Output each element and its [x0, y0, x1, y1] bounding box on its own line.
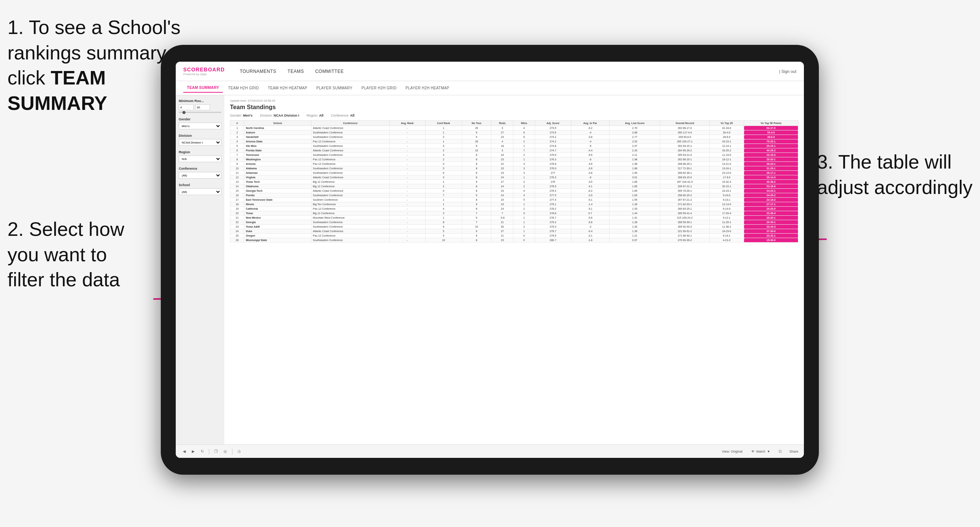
toolbar-sep2: | — [231, 448, 233, 455]
sidebar-minimum-label: Minimum Rou... — [179, 99, 221, 103]
logo-area: SCOREBOARD Powered by clippi — [183, 67, 225, 76]
table-cell: 11 — [230, 171, 244, 175]
logo-title: SCOREBOARD — [183, 67, 225, 73]
table-cell: 79-25-1 — [744, 140, 798, 144]
toolbar-clock-btn[interactable]: ◷ — [236, 449, 242, 454]
table-cell: -5.8 — [571, 216, 609, 220]
sub-nav-team-h2h-heatmap[interactable]: TEAM H2H HEATMAP — [264, 84, 311, 92]
table-cell: 2 — [513, 184, 535, 189]
table-cell: 276.3 — [535, 175, 571, 180]
table-cell: 17 — [230, 198, 244, 202]
col-rank: # — [230, 121, 244, 126]
table-cell: -4.1 — [571, 184, 609, 189]
toolbar-grid-btn[interactable]: ☷ — [777, 449, 783, 454]
toolbar-back-btn[interactable]: ◀ — [181, 449, 187, 454]
table-cell: 13-24-1 — [709, 166, 744, 171]
sub-nav: TEAM SUMMARY TEAM H2H GRID TEAM H2H HEAT… — [176, 81, 804, 95]
nav-item-committee[interactable]: COMMITTEE — [315, 67, 344, 76]
table-cell: 27 — [491, 180, 513, 184]
table-cell: 276.3 — [535, 157, 571, 162]
toolbar-watch-label: Watch — [756, 450, 765, 453]
table-cell: - — [389, 198, 425, 202]
table-cell: 1 — [513, 202, 535, 207]
table-cell: 23-18-2 — [744, 198, 798, 202]
table-cell: Mississippi State — [244, 238, 311, 243]
table-cell: 17-33-4 — [709, 211, 744, 216]
table-cell: 8 — [462, 198, 491, 202]
table-cell: 5 — [425, 166, 462, 171]
sidebar-gender-select[interactable]: Men's Women's — [179, 122, 221, 129]
table-cell: 8 — [462, 238, 491, 243]
toolbar-forward-btn[interactable]: ▶ — [190, 449, 196, 454]
sidebar-region-select[interactable]: N/A All — [179, 156, 221, 162]
toolbar-view[interactable]: View: Original — [722, 450, 743, 453]
table-cell: 37-30-0 — [744, 229, 798, 233]
sidebar-division-select[interactable]: NCAA Division I NCAA Division II — [179, 139, 221, 146]
sidebar-section-conference: Conference (All) — [179, 167, 221, 179]
nav-item-teams[interactable]: TEAMS — [288, 67, 304, 76]
sidebar-max-input[interactable] — [195, 104, 210, 110]
table-cell: Atlantic Coast Conference — [311, 229, 389, 233]
table-cell: 277 — [535, 171, 571, 175]
table-cell: 280.7 — [535, 238, 571, 243]
toolbar-share-btn[interactable]: ❐ — [213, 449, 219, 454]
table-cell: 22 — [230, 220, 244, 225]
table-cell: 1 — [425, 126, 462, 130]
table-cell: 42-18-0 — [709, 126, 744, 130]
slider-handle[interactable] — [183, 111, 185, 114]
toolbar-refresh-btn[interactable]: ↻ — [199, 449, 205, 454]
table-cell: 3 — [513, 166, 535, 171]
table-cell: 11-19-0 — [709, 153, 744, 157]
logo-subtitle: Powered by clippi — [183, 73, 225, 76]
table-cell: Southeastern Conference — [311, 171, 389, 175]
toolbar-share-text[interactable]: Share — [789, 450, 798, 453]
table-cell: 262 63-15-1 — [660, 144, 709, 148]
table-cell: 5 — [230, 144, 244, 148]
table-cell: 4 — [230, 140, 244, 144]
table-cell: Big 12 Conference — [311, 180, 389, 184]
sidebar-min-input[interactable] — [179, 104, 194, 110]
table-cell: 21 — [491, 233, 513, 238]
table-cell: Duke — [244, 229, 311, 233]
col-avg-to-par: Avg. to Par — [571, 121, 609, 126]
table-cell: 1.41 — [609, 216, 660, 220]
table-cell: Southeastern Conference — [311, 144, 389, 148]
sub-nav-team-h2h-grid[interactable]: TEAM H2H GRID — [224, 84, 262, 92]
table-cell: 2 — [513, 140, 535, 144]
table-cell: 274.7 — [535, 148, 571, 153]
sign-out-button[interactable]: | Sign out — [779, 69, 796, 74]
table-cell: 271 82-03-1 — [660, 202, 709, 207]
sub-nav-player-h2h-grid[interactable]: PLAYER H2H GRID — [358, 84, 401, 92]
table-cell: 1 — [513, 220, 535, 225]
toolbar-watch[interactable]: 👁 Watch ▼ — [751, 450, 770, 453]
table-cell: 9-14-0 — [709, 207, 744, 211]
table-cell: 36-17-1 — [744, 171, 798, 175]
table-cell: Pac-12 Conference — [311, 140, 389, 144]
table-cell: 8 — [462, 162, 491, 166]
toolbar-bookmark-btn[interactable]: ◎ — [222, 449, 229, 454]
sidebar-conference-select[interactable]: (All) — [179, 172, 221, 179]
table-cell: Atlantic Coast Conference — [311, 189, 389, 193]
sub-nav-team-summary[interactable]: TEAM SUMMARY — [183, 83, 223, 93]
table-cell: 23 — [491, 202, 513, 207]
table-cell: 277.4 — [535, 198, 571, 202]
sub-nav-player-h2h-heatmap[interactable]: PLAYER H2H HEATMAP — [402, 84, 453, 92]
filter-conference: Conference: All — [331, 114, 355, 117]
sidebar-school-select[interactable]: (All) — [179, 188, 221, 195]
table-cell: 11-29-1 — [709, 220, 744, 225]
table-cell: Big Ten Conference — [311, 202, 389, 207]
nav-item-tournaments[interactable]: TOURNAMENTS — [240, 67, 276, 76]
table-cell: 2.88 — [609, 130, 660, 135]
sidebar-section-gender: Gender Men's Women's — [179, 117, 221, 129]
table-cell: 6 — [230, 148, 244, 153]
instruction-step2-text: 2. Select howyou want tofilter the data — [8, 218, 124, 290]
watch-dropdown-icon: ▼ — [767, 450, 770, 453]
sub-nav-player-summary[interactable]: PLAYER SUMMARY — [313, 84, 356, 92]
table-row: 20TexasBig 12 Conference-3770278.80.71.4… — [230, 211, 798, 216]
tablet-screen: SCOREBOARD Powered by clippi TOURNAMENTS… — [176, 62, 804, 458]
table-cell: -5.1 — [571, 198, 609, 202]
table-cell: Virginia — [244, 175, 311, 180]
table-cell: Georgia Tech — [244, 189, 311, 193]
table-cell: 268 83-15-0 — [660, 175, 709, 180]
col-avg-low: Avg. Low Score — [609, 121, 660, 126]
